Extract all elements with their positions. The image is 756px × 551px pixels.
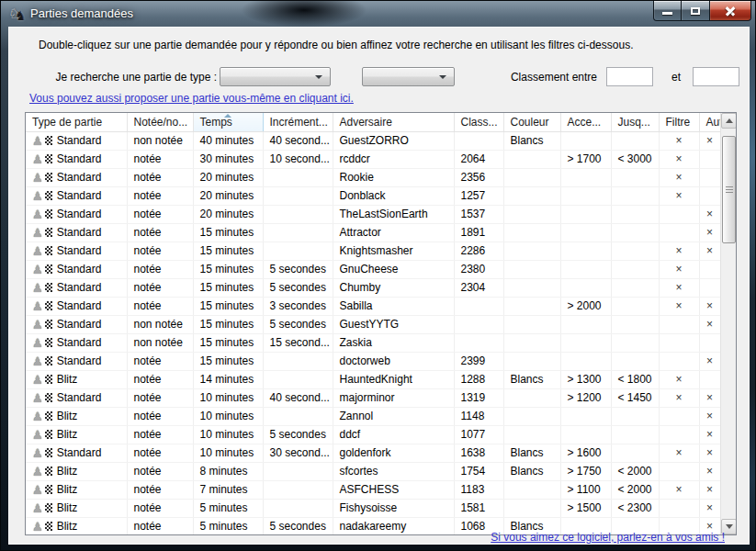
checkerboard-icon (45, 320, 52, 329)
scrollbar-grip-icon (726, 186, 733, 193)
table-row[interactable]: ♟Blitznotée10 minutesZannol1148× (26, 407, 720, 425)
cell-accept-to (611, 168, 659, 186)
cell-opponent: Sabilla (333, 297, 454, 315)
cell-filter: × (659, 388, 699, 407)
column-header-opponent[interactable]: Adversaire (333, 113, 454, 131)
cell-rated: notée (127, 186, 193, 205)
table-row[interactable]: ♟Blitznotée14 minutesHauntedKnight1288Bl… (26, 370, 720, 388)
table-row[interactable]: ♟Standardnotée15 minutesKnightsmasher228… (26, 242, 720, 260)
cell-time: 10 minutes (193, 444, 263, 462)
cell-rated: notée (127, 407, 193, 425)
cell-type: ♟Standard (26, 352, 127, 370)
table-row[interactable]: ♟Standardnotée15 minutes5 secondesGnuChe… (26, 260, 720, 278)
minimize-button[interactable] (653, 1, 682, 21)
close-button[interactable] (710, 1, 751, 21)
column-header-time[interactable]: Temps (193, 113, 263, 131)
rating-min-input[interactable] (606, 67, 653, 86)
share-with-friends-link[interactable]: Si vous aimez ce logiciel, parlez-en à v… (491, 531, 725, 544)
table-row[interactable]: ♟Blitznotée5 minutesFishysoisse1581> 150… (26, 499, 720, 517)
cell-filter (659, 333, 699, 352)
cell-rated: non notée (127, 131, 193, 150)
cell-text: Standard (57, 281, 102, 294)
column-header-increment[interactable]: Incrément... (263, 113, 333, 131)
cell-type: ♟Standard (26, 315, 127, 333)
maximize-button[interactable] (682, 1, 710, 21)
cell-filter: × (659, 168, 699, 186)
column-header-rating[interactable]: Class... (454, 113, 503, 131)
column-header-rated[interactable]: Notée/no... (127, 113, 193, 131)
column-header-type[interactable]: Type de partie (26, 113, 127, 131)
checkerboard-icon (45, 522, 52, 531)
table-row[interactable]: ♟Standardnotée15 minutes5 secondesChumby… (26, 278, 720, 297)
caption-buttons (653, 1, 751, 21)
table-row[interactable]: ♟Standardnotée10 minutes40 second...majo… (26, 388, 720, 407)
titlebar[interactable]: ♘ ♞ Parties demandées (1, 1, 755, 27)
cell-accept-to (611, 278, 659, 297)
cell-accept-from (560, 223, 611, 242)
cell-opponent: Rookie (333, 168, 454, 186)
cell-color (503, 388, 560, 407)
cell-filter: × (659, 186, 699, 205)
games-table: Type de partieNotée/no...TempsIncrément.… (26, 113, 721, 535)
table-row[interactable]: ♟Blitznotée10 minutes5 secondesddcf1077× (26, 425, 720, 444)
cell-accept-from (560, 242, 611, 260)
cell-rating (454, 297, 503, 315)
cell-auto (699, 150, 720, 168)
column-header-accept-to[interactable]: Jusq... (611, 113, 659, 131)
checkerboard-icon (45, 173, 52, 182)
pawn-icon: ♟ (32, 391, 43, 405)
table-row[interactable]: ♟Standardnotée15 minutesdoctorweb2399× (26, 352, 720, 370)
table-row[interactable]: ♟Standardnotée30 minutes10 second...rcdd… (26, 150, 720, 168)
cell-accept-from: > 1300 (560, 370, 611, 388)
and-label: et (668, 71, 684, 84)
column-header-label: Filtre (666, 116, 691, 129)
cell-filter (659, 499, 699, 517)
column-header-accept-from[interactable]: Acce... (560, 113, 611, 131)
column-header-auto[interactable]: Aut... (699, 113, 720, 131)
cell-time: 10 minutes (193, 407, 263, 425)
cell-time: 8 minutes (193, 462, 263, 480)
table-row[interactable]: ♟Standardnotée15 minutes3 secondesSabill… (26, 297, 720, 315)
game-type-select[interactable] (220, 67, 331, 86)
cell-filter: × (659, 480, 699, 499)
table-row[interactable]: ♟Standardnon notée40 minutes40 second...… (26, 131, 720, 150)
arrow-up-icon (726, 118, 733, 123)
cell-accept-from (560, 131, 611, 150)
table-row[interactable]: ♟Blitznotée7 minutesASFCHESS1183> 1100< … (26, 480, 720, 499)
rating-max-input[interactable] (693, 67, 739, 86)
table-row[interactable]: ♟Standardnotée10 minutes30 second...gold… (26, 444, 720, 462)
table-row[interactable]: ♟Standardnon notée15 minutes5 secondesGu… (26, 315, 720, 333)
cell-time: 15 minutes (193, 260, 263, 278)
chevron-down-icon (315, 75, 322, 79)
table-row[interactable]: ♟Blitznotée8 minutessfcortes1754Blancs> … (26, 462, 720, 480)
cell-auto: × (699, 223, 720, 242)
game-subtype-select[interactable] (362, 67, 455, 86)
cell-filter: × (659, 150, 699, 168)
cell-color (503, 499, 560, 517)
vertical-scrollbar[interactable] (720, 113, 736, 534)
cell-auto: × (699, 388, 720, 407)
table-row[interactable]: ♟Standardnotée20 minutesDonblack1257× (26, 186, 720, 205)
table-row[interactable]: ♟Standardnotée20 minutesTheLastSionEarth… (26, 205, 720, 223)
cell-accept-to (611, 407, 659, 425)
cell-text: Standard (57, 244, 102, 257)
scroll-up-button[interactable] (721, 113, 737, 129)
cell-opponent: Donblack (333, 186, 454, 205)
column-header-label: Type de partie (32, 116, 102, 129)
cell-color (503, 407, 560, 425)
column-header-color[interactable]: Couleur (503, 113, 560, 131)
cell-increment (263, 352, 333, 370)
scrollbar-thumb[interactable] (722, 136, 736, 243)
propose-game-link[interactable]: Vous pouvez aussi proposer une partie vo… (29, 92, 354, 105)
column-header-filter[interactable]: Filtre (659, 113, 699, 131)
pawn-icon: ♟ (32, 263, 43, 276)
close-icon (725, 6, 736, 16)
cell-rating: 1638 (454, 444, 503, 462)
table-row[interactable]: ♟Standardnotée20 minutesRookie2356× (26, 168, 720, 186)
cell-opponent: rcddcr (333, 150, 454, 168)
table-row[interactable]: ♟Standardnon notée15 minutes15 second...… (26, 333, 720, 352)
table-row[interactable]: ♟Standardnotée15 minutesAttractor1891× (26, 223, 720, 242)
cell-color: Blancs (503, 462, 560, 480)
cell-accept-to: < 2000 (611, 480, 659, 499)
cell-color (503, 278, 560, 297)
